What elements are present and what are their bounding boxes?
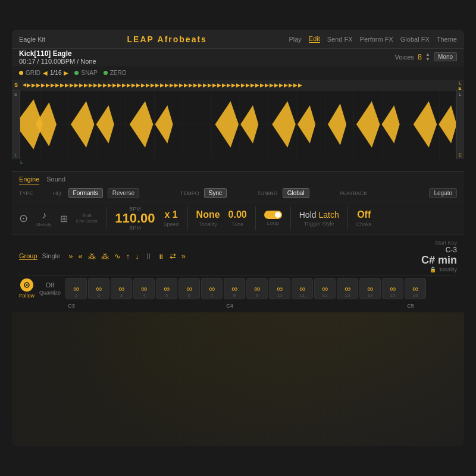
tab-sendfx[interactable]: Send FX xyxy=(327,36,353,43)
engine-section: Engine Sound TYPE HQ Formants Reverse TE… xyxy=(12,172,464,202)
tab-performfx[interactable]: Perform FX xyxy=(360,36,393,43)
preset-title: Afrobeats xyxy=(158,35,207,44)
global-button[interactable]: Global xyxy=(283,188,309,198)
grid-bar: GRID ◀ 1/16 ▶ SNAP ZERO xyxy=(12,65,464,80)
tab-edit[interactable]: Edit xyxy=(309,35,320,43)
pad-6[interactable]: ∞ 6 xyxy=(178,278,200,299)
legato-button[interactable]: Legato xyxy=(429,188,457,198)
pad-13[interactable]: ∞ 13 xyxy=(337,278,358,299)
voices-count: 8 xyxy=(418,52,422,61)
voices-stepper[interactable]: ▲ ▼ xyxy=(425,52,430,62)
tab-globalfx[interactable]: Global FX xyxy=(400,36,430,43)
pad-10[interactable]: ∞ 10 xyxy=(269,278,290,299)
pad-1[interactable]: ∞ 1 xyxy=(65,278,87,299)
tonality-label: Tonality xyxy=(199,221,217,227)
tune-group: 0.00 Tune xyxy=(228,209,247,227)
track-info: Kick[110] Eagle 00:17 / 110.00BPM / None xyxy=(19,49,96,65)
zero-dot xyxy=(104,71,108,75)
tonality-section: Start Key C-3 C# min 🔒 Tonality xyxy=(421,240,457,273)
pad-15[interactable]: ∞ 15 xyxy=(382,278,403,299)
reverse-button[interactable]: Reverse xyxy=(108,188,139,198)
waveform-display[interactable]: S L xyxy=(12,90,464,159)
pad-9[interactable]: ∞ 9 xyxy=(246,278,268,299)
tonality-key[interactable]: C# min xyxy=(421,254,457,267)
waveform-edge-left: S L xyxy=(12,90,20,159)
svg-marker-24 xyxy=(215,101,239,148)
zero-item: ZERO xyxy=(104,70,127,76)
zero-label: ZERO xyxy=(110,70,127,76)
pad-2[interactable]: ∞ 2 xyxy=(88,278,109,299)
group-tab-single[interactable]: Single xyxy=(42,252,61,260)
hold-label: Hold xyxy=(299,210,317,220)
pad-3[interactable]: ∞ 3 xyxy=(111,278,132,299)
engine-tab-engine[interactable]: Engine xyxy=(19,176,39,184)
grid-prev[interactable]: ◀ xyxy=(43,70,48,76)
tune-value[interactable]: 0.00 xyxy=(228,209,247,220)
tuning-label: TUNING xyxy=(257,190,278,196)
svg-point-35 xyxy=(26,284,28,286)
mono-button[interactable]: Mono xyxy=(434,52,457,61)
seq-up[interactable]: ↑ xyxy=(125,252,131,261)
seq-pause1[interactable]: ⏸ xyxy=(143,252,154,261)
grid-icon[interactable]: ⊞ xyxy=(60,213,68,224)
seq-fast-forward[interactable]: » xyxy=(67,252,74,261)
sync-button[interactable]: Sync xyxy=(204,188,227,198)
group-bar: Group Single » « ⁂ ⁂ ∿ ↑ ↓ ⏸ ⏸ ⇄ » xyxy=(19,237,457,275)
svg-marker-23 xyxy=(155,105,173,143)
type-label: TYPE xyxy=(19,190,33,196)
seq-skip[interactable]: » xyxy=(180,252,187,261)
follow-group: Follow xyxy=(19,278,35,299)
pad-7[interactable]: ∞ 7 xyxy=(201,278,223,299)
svg-marker-19 xyxy=(36,102,57,146)
seq-shuffle2[interactable]: ⁂ xyxy=(100,252,110,261)
pad-11[interactable]: ∞ 11 xyxy=(292,278,313,299)
loop-toggle[interactable] xyxy=(264,211,282,219)
pad-5[interactable]: ∞ 5 xyxy=(156,278,177,299)
circle-icon[interactable]: ⊙ xyxy=(19,212,28,225)
pad-4[interactable]: ∞ 4 xyxy=(133,278,155,299)
tonality-group: None Tonality xyxy=(196,209,220,227)
melody-label: Melody xyxy=(36,222,52,227)
speed-label: Speed xyxy=(164,221,179,227)
engine-tab-sound[interactable]: Sound xyxy=(46,176,65,184)
ctrl-grid: ⊞ xyxy=(60,213,68,224)
bpm-value[interactable]: 110.00 xyxy=(115,212,155,225)
speed-value[interactable]: x 1 xyxy=(164,209,177,220)
pad-16[interactable]: ∞ 16 xyxy=(405,278,426,299)
start-key-value[interactable]: C-3 xyxy=(446,246,457,254)
snap-item: SNAP xyxy=(74,70,97,76)
lock-icon: 🔒 xyxy=(430,267,436,273)
formants-button[interactable]: Formants xyxy=(68,188,103,198)
svg-marker-21 xyxy=(96,105,114,143)
grid-dot xyxy=(19,71,23,75)
seq-rewind[interactable]: « xyxy=(77,252,83,261)
seq-down[interactable]: ↓ xyxy=(134,252,140,261)
divider-5 xyxy=(347,206,348,230)
group-tab-group[interactable]: Group xyxy=(19,252,37,260)
waveform-edge-right: L E xyxy=(456,90,464,159)
seq-arrows[interactable]: ⇄ xyxy=(168,252,177,261)
tab-play[interactable]: Play xyxy=(289,36,301,43)
pads-row: Follow Off Quantize ∞ 1 ∞ 2 ∞ 3 xyxy=(19,275,457,302)
playback-label: PLAYBACK xyxy=(340,190,368,196)
info-bar: Kick[110] Eagle 00:17 / 110.00BPM / None… xyxy=(12,49,464,65)
seq-pause2[interactable]: ⏸ xyxy=(156,253,165,260)
divider-2 xyxy=(187,206,188,230)
choke-value[interactable]: Off xyxy=(357,209,371,220)
quantize-value[interactable]: Off xyxy=(46,281,54,289)
seq-controls: » « ⁂ ⁂ ∿ ↑ ↓ ⏸ ⏸ ⇄ » xyxy=(67,252,414,261)
pad-12[interactable]: ∞ 12 xyxy=(314,278,336,299)
melody-icon[interactable]: ♪ xyxy=(42,210,46,221)
tonality-value[interactable]: None xyxy=(196,209,220,220)
app-title: LEAP Afrobeats xyxy=(127,35,207,44)
pad-8[interactable]: ∞ 8 xyxy=(224,278,245,299)
pad-14[interactable]: ∞ 14 xyxy=(359,278,381,299)
choke-group: Off Choke xyxy=(356,209,372,227)
grid-next[interactable]: ▶ xyxy=(64,70,68,76)
seq-wave[interactable]: ∿ xyxy=(113,252,122,261)
svg-marker-29 xyxy=(356,101,380,148)
divider-1 xyxy=(106,206,107,230)
seq-shuffle1[interactable]: ⁂ xyxy=(87,252,97,261)
follow-button[interactable] xyxy=(20,278,33,292)
tab-theme[interactable]: Theme xyxy=(437,36,457,43)
